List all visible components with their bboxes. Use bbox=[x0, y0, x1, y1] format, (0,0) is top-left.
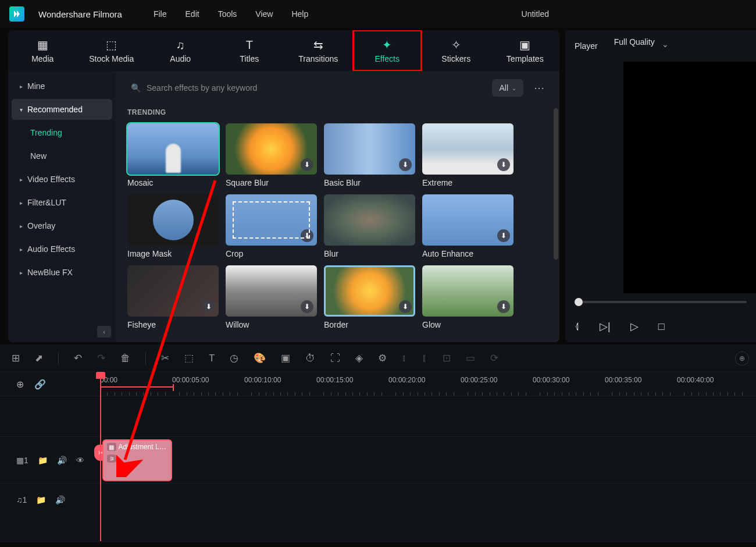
zoom-control[interactable]: ⊕ bbox=[735, 351, 749, 365]
download-icon[interactable]: ⬇ bbox=[301, 158, 313, 171]
split-tool[interactable]: ✂ bbox=[161, 352, 169, 364]
quality-dropdown[interactable]: Full Quality bbox=[607, 37, 675, 55]
download-icon[interactable]: ⬇ bbox=[399, 158, 412, 171]
effect-thumbnail[interactable]: ⬇ bbox=[226, 194, 317, 246]
sidebar-item-mine[interactable]: ▸Mine bbox=[12, 76, 112, 97]
playhead[interactable] bbox=[100, 372, 101, 541]
sidebar-item-new[interactable]: New bbox=[12, 145, 112, 166]
download-icon[interactable]: ⬇ bbox=[202, 300, 215, 313]
fit-tool[interactable]: ⛶ bbox=[330, 353, 340, 364]
adjustment-layer-clip[interactable]: ▦ Adjustment La... ⚞ bbox=[102, 439, 172, 481]
effect-card-blur[interactable]: Blur bbox=[324, 194, 415, 258]
speed-tool[interactable]: ◷ bbox=[230, 352, 238, 364]
tab-templates[interactable]: ▣Templates bbox=[491, 30, 560, 71]
add-track-button[interactable]: ⊕ bbox=[16, 379, 24, 390]
effect-card-mosaic[interactable]: Mosaic bbox=[127, 123, 219, 187]
crop-tool[interactable]: ⬚ bbox=[184, 352, 194, 364]
folder-icon[interactable]: 📁 bbox=[36, 495, 46, 505]
color-tool[interactable]: 🎨 bbox=[254, 352, 266, 364]
render-tool[interactable]: ⟳ bbox=[490, 352, 498, 364]
templates-icon: ▣ bbox=[519, 38, 530, 52]
effect-thumbnail[interactable]: ⬇ bbox=[324, 265, 415, 317]
effect-card-willow[interactable]: ⬇Willow bbox=[226, 265, 317, 329]
tab-transitions[interactable]: ⇆Transitions bbox=[284, 30, 353, 71]
effect-thumbnail[interactable]: ⬇ bbox=[226, 123, 317, 175]
search-input[interactable]: 🔍 Search effects by any keyword bbox=[127, 78, 485, 98]
download-icon[interactable]: ⬇ bbox=[399, 300, 412, 313]
tab-media[interactable]: ▦Media bbox=[8, 30, 77, 71]
export-tool[interactable]: ▭ bbox=[466, 352, 475, 364]
record-tool[interactable]: ⊡ bbox=[443, 352, 451, 364]
detach-tool[interactable]: ⫿ bbox=[422, 353, 427, 364]
sidebar-item-recommended[interactable]: ▾Recommended bbox=[12, 99, 112, 120]
adjust-tool[interactable]: ⚙ bbox=[378, 352, 387, 364]
gallery-scrollbar[interactable] bbox=[554, 108, 558, 260]
tab-audio[interactable]: ♫Audio bbox=[146, 30, 215, 71]
effect-thumbnail[interactable] bbox=[127, 194, 219, 246]
collapse-sidebar-button[interactable]: ‹ bbox=[97, 326, 111, 338]
text-tool[interactable]: T bbox=[209, 353, 215, 364]
sidebar-item-trending[interactable]: Trending bbox=[12, 122, 112, 143]
step-button[interactable]: ▷| bbox=[600, 320, 611, 333]
stickers-icon: ✧ bbox=[451, 38, 461, 52]
menu-help[interactable]: Help bbox=[291, 9, 308, 19]
effect-card-fisheye[interactable]: ⬇Fisheye bbox=[127, 265, 219, 329]
effect-card-border[interactable]: ⬇Border bbox=[324, 265, 415, 329]
tab-titles[interactable]: TTitles bbox=[215, 30, 284, 71]
menu-file[interactable]: File bbox=[154, 9, 167, 19]
effect-card-crop[interactable]: ⬇Crop bbox=[226, 194, 317, 258]
stop-button[interactable]: □ bbox=[658, 321, 665, 333]
layout-tool[interactable]: ⊞ bbox=[12, 352, 20, 364]
sidebar-item-video-effects[interactable]: ▸Video Effects bbox=[12, 169, 112, 190]
tab-stock-media[interactable]: ⬚Stock Media bbox=[77, 30, 147, 71]
prev-frame-button[interactable]: ⦉ bbox=[575, 321, 580, 333]
menu-view[interactable]: View bbox=[255, 9, 273, 19]
effect-card-extreme[interactable]: ⬇Extreme bbox=[422, 123, 513, 187]
keyframe-tool[interactable]: ◈ bbox=[355, 352, 363, 364]
menu-tools[interactable]: Tools bbox=[218, 9, 237, 19]
audio-tool[interactable]: ⫾ bbox=[402, 353, 407, 364]
delete-button[interactable]: 🗑 bbox=[120, 353, 130, 364]
effect-thumbnail[interactable]: ⬇ bbox=[127, 265, 219, 317]
play-button[interactable]: ▷ bbox=[630, 320, 639, 333]
menu-edit[interactable]: Edit bbox=[186, 9, 199, 19]
cursor-tool[interactable]: ⬈ bbox=[35, 352, 43, 364]
effect-card-basic-blur[interactable]: ⬇Basic Blur bbox=[324, 123, 415, 187]
download-icon[interactable]: ⬇ bbox=[497, 229, 510, 242]
timeline-ruler[interactable]: 00:0000:00:05:0000:00:10:0000:00:15:0000… bbox=[100, 372, 756, 396]
effect-thumbnail[interactable]: ⬇ bbox=[422, 265, 513, 317]
transform-tool[interactable]: ▣ bbox=[281, 352, 290, 364]
progress-handle[interactable] bbox=[575, 298, 583, 306]
mute-icon[interactable]: 🔊 bbox=[55, 495, 65, 505]
effect-card-glow[interactable]: ⬇Glow bbox=[422, 265, 513, 329]
tab-stickers[interactable]: ✧Stickers bbox=[422, 30, 491, 71]
more-button[interactable]: ⋯ bbox=[530, 79, 548, 97]
effect-card-square-blur[interactable]: ⬇Square Blur bbox=[226, 123, 317, 187]
download-icon[interactable]: ⬇ bbox=[497, 300, 510, 313]
download-icon[interactable]: ⬇ bbox=[497, 158, 510, 171]
download-icon[interactable]: ⬇ bbox=[301, 229, 313, 242]
filter-dropdown[interactable]: All ⌄ bbox=[492, 79, 523, 97]
sidebar-item-newblue-fx[interactable]: ▸NewBlue FX bbox=[12, 262, 112, 283]
effect-thumbnail[interactable]: ⬇ bbox=[422, 123, 513, 175]
link-button[interactable]: 🔗 bbox=[34, 379, 46, 390]
mute-icon[interactable]: 🔊 bbox=[57, 456, 67, 465]
sidebar-item-audio-effects[interactable]: ▸Audio Effects bbox=[12, 239, 112, 260]
effect-thumbnail[interactable]: ⬇ bbox=[324, 123, 415, 175]
effect-thumbnail[interactable] bbox=[127, 123, 219, 175]
folder-icon[interactable]: 📁 bbox=[38, 456, 48, 465]
effect-thumbnail[interactable] bbox=[324, 194, 415, 246]
effect-card-image-mask[interactable]: Image Mask bbox=[127, 194, 219, 258]
undo-button[interactable]: ↶ bbox=[74, 352, 82, 364]
sidebar-item-overlay[interactable]: ▸Overlay bbox=[12, 215, 112, 236]
effect-thumbnail[interactable]: ⬇ bbox=[226, 265, 317, 317]
visibility-icon[interactable]: 👁 bbox=[76, 456, 84, 465]
tab-effects[interactable]: ✦Effects bbox=[353, 30, 422, 71]
download-icon[interactable]: ⬇ bbox=[301, 300, 313, 313]
sidebar-item-filter-lut[interactable]: ▸Filter&LUT bbox=[12, 192, 112, 213]
duration-tool[interactable]: ⏱ bbox=[305, 353, 315, 364]
effect-card-auto-enhance[interactable]: ⬇Auto Enhance bbox=[422, 194, 513, 258]
player-progress[interactable] bbox=[575, 301, 747, 303]
effect-thumbnail[interactable]: ⬇ bbox=[422, 194, 513, 246]
redo-button[interactable]: ↷ bbox=[97, 352, 105, 364]
